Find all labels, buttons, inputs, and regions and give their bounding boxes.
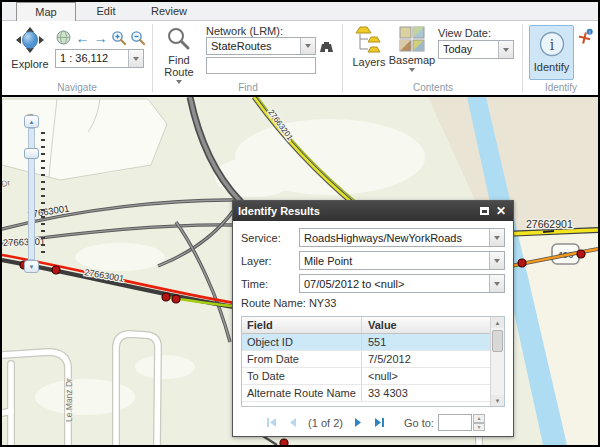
zoom-out-button[interactable] <box>129 29 146 46</box>
find-route-button[interactable]: Find Route <box>158 26 200 84</box>
explore-icon <box>15 26 45 58</box>
time-dropdown-button[interactable] <box>489 275 504 292</box>
chevron-down-icon <box>133 57 139 61</box>
zoom-in-icon <box>111 30 127 46</box>
layer-dropdown-button[interactable] <box>489 252 504 269</box>
identify-label: Identify <box>534 61 569 73</box>
map-yellow-road-right <box>505 230 598 234</box>
first-page-button[interactable] <box>265 416 278 429</box>
triangle-down-icon: ▼ <box>495 398 501 404</box>
cell-field: To Date <box>242 368 362 384</box>
route-input[interactable] <box>206 57 316 74</box>
basemap-icon <box>399 26 425 54</box>
layers-button[interactable]: Layers <box>349 26 389 68</box>
time-combobox[interactable]: 07/05/2012 to <null> <box>299 274 505 293</box>
group-separator <box>152 24 153 92</box>
goto-spinner[interactable]: ▲ ▼ <box>473 414 485 431</box>
basemap-button[interactable]: Basemap <box>390 26 434 72</box>
results-pager: (1 of 2) Go to: ▲ ▼ <box>241 414 505 431</box>
network-dropdown-button[interactable] <box>300 38 315 54</box>
scroll-up-button[interactable]: ▲ <box>491 317 504 328</box>
group-label-navigate: Navigate <box>2 82 152 93</box>
last-page-button[interactable] <box>373 416 386 429</box>
service-combobox[interactable]: RoadsHighways/NewYorkRoads <box>299 228 505 247</box>
attributes-table: Field Value Object ID 551 From Date 7/5/… <box>241 316 505 407</box>
scale-combobox[interactable]: 1 : 36,112 <box>55 49 144 68</box>
zoom-slider-up-button[interactable]: ▲ <box>24 115 39 128</box>
dialog-titlebar[interactable]: Identify Results ✕ <box>233 201 513 221</box>
network-lrm-label: Network (LRM): <box>206 25 283 37</box>
cell-field: Object ID <box>242 334 362 350</box>
chevron-down-icon <box>305 44 311 48</box>
route-name-value: NY33 <box>309 297 337 309</box>
table-row[interactable]: Alternate Route Name 33 4303 <box>242 385 490 402</box>
view-date-dropdown-button[interactable] <box>498 41 513 58</box>
next-extent-button[interactable]: → <box>92 29 109 46</box>
group-separator <box>522 24 523 92</box>
chevron-down-icon <box>494 259 500 263</box>
globe-icon <box>56 30 71 45</box>
close-icon: ✕ <box>496 204 506 218</box>
map-zoom-slider[interactable]: ▲ ▼ <box>24 115 44 273</box>
find-route-search-button[interactable] <box>318 38 335 55</box>
svg-text:i: i <box>549 37 554 53</box>
next-page-button[interactable] <box>352 416 365 429</box>
binoculars-icon <box>319 40 334 53</box>
table-row[interactable]: To Date <null> <box>242 368 490 385</box>
app-window: Map Edit Review Explore ← <box>0 0 600 447</box>
network-combobox[interactable]: StateRoutes <box>206 37 316 55</box>
service-value: RoadsHighways/NewYorkRoads <box>300 229 489 246</box>
svg-text:27662901: 27662901 <box>526 218 573 230</box>
group-label-contents: Contents <box>344 82 522 93</box>
spinner-up-icon[interactable]: ▲ <box>473 414 485 423</box>
zoom-slider-down-button[interactable]: ▼ <box>24 260 39 273</box>
zoom-in-button[interactable] <box>110 29 127 46</box>
column-header-field[interactable]: Field <box>242 317 362 333</box>
table-row[interactable]: Object ID 551 <box>242 334 490 351</box>
cell-field: Alternate Route Name <box>242 385 362 401</box>
scroll-down-button[interactable]: ▼ <box>491 395 504 406</box>
time-label: Time: <box>241 278 299 290</box>
ribbon-tabbar: Map Edit Review <box>2 2 598 21</box>
time-value: 07/05/2012 to <null> <box>300 275 489 292</box>
layer-combobox[interactable]: Mile Point <box>299 251 505 270</box>
identify-route-location-button[interactable]: i <box>576 28 593 45</box>
close-button[interactable]: ✕ <box>494 204 508 218</box>
find-route-label-2: Route <box>164 67 193 78</box>
cell-value: 33 4303 <box>362 385 490 401</box>
maximize-button[interactable] <box>477 204 491 218</box>
scale-value: 1 : 36,112 <box>56 50 128 67</box>
chevron-down-icon <box>503 48 509 52</box>
find-route-label-1: Find <box>168 55 189 66</box>
explore-button[interactable]: Explore <box>7 26 53 70</box>
column-header-value[interactable]: Value <box>362 317 490 333</box>
previous-page-button[interactable] <box>286 416 299 429</box>
triangle-up-icon: ▲ <box>495 320 501 326</box>
route-input-value <box>207 58 315 73</box>
identify-button[interactable]: i Identify <box>529 25 574 80</box>
view-date-combobox[interactable]: Today <box>438 40 514 59</box>
chevron-down-icon <box>494 236 500 240</box>
cell-value: 551 <box>362 334 490 350</box>
triangle-down-icon: ▼ <box>29 264 35 270</box>
chevron-down-icon <box>409 68 415 72</box>
scrollbar-thumb[interactable] <box>492 330 503 352</box>
tab-map[interactable]: Map <box>16 2 76 21</box>
full-extent-button[interactable] <box>55 29 72 46</box>
view-date-value: Today <box>439 41 498 58</box>
table-row[interactable]: From Date 7/5/2012 <box>242 351 490 368</box>
group-separator <box>342 24 343 92</box>
goto-input[interactable] <box>438 414 472 431</box>
zoom-slider-thumb[interactable] <box>24 148 39 159</box>
map-viewport[interactable]: 490 27663001 <box>2 95 598 445</box>
explore-label: Explore <box>11 59 48 70</box>
previous-extent-button[interactable]: ← <box>74 29 91 46</box>
service-label: Service: <box>241 232 299 244</box>
tab-review[interactable]: Review <box>138 2 200 21</box>
table-scrollbar[interactable]: ▲ ▼ <box>490 317 504 406</box>
service-dropdown-button[interactable] <box>489 229 504 246</box>
scale-dropdown-button[interactable] <box>128 50 143 67</box>
spinner-down-icon[interactable]: ▼ <box>473 423 485 432</box>
tab-edit[interactable]: Edit <box>78 2 134 21</box>
identify-route-icon: i <box>576 28 593 46</box>
